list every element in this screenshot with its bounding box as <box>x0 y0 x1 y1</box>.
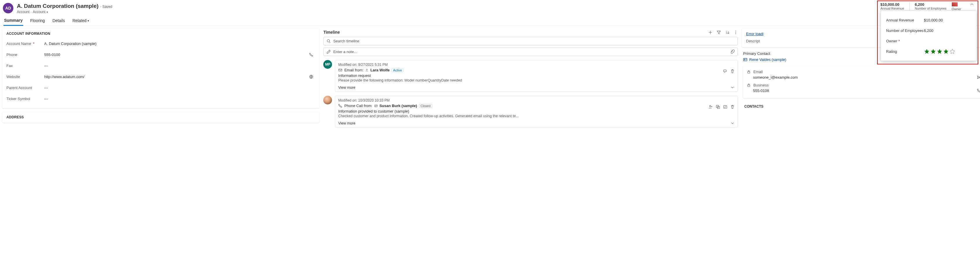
field-value: 555-0100 <box>44 52 307 57</box>
svg-point-9 <box>375 105 376 106</box>
contact-details-card: Email someone_i@example.com Business 555… <box>743 66 980 98</box>
person-icon <box>365 68 369 72</box>
status-badge: Active <box>391 68 404 72</box>
activity-card[interactable]: Modified on: 9/27/2021 5:31 PM Email fro… <box>335 60 738 92</box>
reply-icon[interactable] <box>723 69 727 73</box>
field-fax[interactable]: Fax --- <box>6 60 315 71</box>
field-website[interactable]: Website http://www.adatum.com/ <box>6 71 315 82</box>
field-value: --- <box>44 96 307 101</box>
activity-subject: Information provided to customer (sample… <box>338 109 735 114</box>
assign-icon[interactable] <box>708 105 713 109</box>
svg-point-10 <box>710 105 711 107</box>
pencil-icon <box>326 50 331 54</box>
chevron-down-icon[interactable]: ▾ <box>46 10 48 14</box>
activity-avatar: MP <box>323 60 332 69</box>
field-ticker[interactable]: Ticker Symbol --- <box>6 93 315 104</box>
svg-point-4 <box>327 40 330 42</box>
field-label: Fax <box>6 63 44 68</box>
contacts-subgrid-title: CONTACTS <box>744 104 764 109</box>
metric-owner[interactable]: Owner <box>952 2 961 11</box>
activity-modified: Modified on: 10/3/2020 10:33 PM <box>338 98 735 103</box>
tab-summary[interactable]: Summary <box>3 16 23 26</box>
svg-point-15 <box>744 59 745 60</box>
activity-modified: Modified on: 9/27/2021 5:31 PM <box>338 63 735 67</box>
activity-subject: Information request <box>338 73 735 78</box>
form-tabs: Summary Flooring Details Related▾ <box>0 16 980 26</box>
status-badge: Closed <box>419 104 432 108</box>
svg-rect-16 <box>748 72 750 73</box>
field-value: http://www.adatum.com/ <box>44 74 307 79</box>
lock-icon <box>746 83 751 87</box>
field-value: A. Datum Corporation (sample) <box>44 41 307 46</box>
tab-flooring[interactable]: Flooring <box>30 16 46 25</box>
divider <box>909 2 910 10</box>
field-label: Parent Account <box>6 85 44 90</box>
field-parent-account[interactable]: Parent Account --- <box>6 82 315 93</box>
rating-stars[interactable] <box>924 49 971 54</box>
svg-rect-13 <box>724 106 727 108</box>
field-account-name[interactable]: Account Name * A. Datum Corporation (sam… <box>6 38 315 49</box>
flyout-revenue-label: Annual Revenue <box>886 18 924 22</box>
business-phone-value[interactable]: 555-0108 <box>753 89 769 93</box>
chevron-down-icon[interactable] <box>730 85 735 90</box>
field-value: --- <box>44 85 307 90</box>
field-label: Phone <box>6 52 44 57</box>
activity-avatar <box>323 96 332 104</box>
metric-employees[interactable]: 6,200 Number of Employees <box>915 2 947 10</box>
more-icon[interactable] <box>733 30 738 35</box>
primary-contact-link[interactable]: Rene Valdes (sample) <box>743 57 786 62</box>
activity-card[interactable]: Modified on: 10/3/2020 10:33 PM Phone Ca… <box>335 96 738 127</box>
tab-details[interactable]: Details <box>52 16 65 25</box>
delete-icon[interactable] <box>730 105 735 109</box>
chevron-down-icon[interactable] <box>730 121 735 125</box>
email-value[interactable]: someone_i@example.com <box>753 75 798 79</box>
contact-card-icon <box>743 57 748 62</box>
view-more-link[interactable]: View more <box>338 121 355 125</box>
activity-body: Please provide the following information… <box>338 78 735 82</box>
sort-icon[interactable] <box>725 30 729 35</box>
activity-from: Lara Wolfe <box>371 68 390 72</box>
svg-rect-8 <box>375 105 377 107</box>
timeline-search[interactable]: Search timeline <box>323 37 738 45</box>
add-timeline-button[interactable] <box>708 30 713 35</box>
timeline-note-input[interactable]: Enter a note... <box>323 47 738 56</box>
metric-value: 6,200 <box>915 2 947 7</box>
error-loading-link[interactable]: Error loadi <box>746 32 764 36</box>
activity-from: Susan Burk (sample) <box>379 104 417 108</box>
activity-type: Email from: <box>344 68 363 72</box>
svg-point-1 <box>735 30 736 31</box>
collapse-header-button[interactable] <box>970 2 974 7</box>
attachment-icon[interactable] <box>730 50 735 54</box>
owner-swatch-icon <box>952 2 958 6</box>
entity-type-label: Account <box>17 10 29 14</box>
note-placeholder: Enter a note... <box>333 50 357 54</box>
metric-annual-revenue[interactable]: $10,000.00 Annual Revenue <box>880 2 904 10</box>
globe-icon[interactable] <box>307 74 315 79</box>
record-title: A. Datum Corporation (sample) <box>17 3 99 9</box>
send-email-icon[interactable] <box>977 75 980 79</box>
field-phone[interactable]: Phone 555-0100 <box>6 49 315 60</box>
flyout-revenue-value[interactable]: $10,000.00 <box>924 18 971 22</box>
section-title: ADDRESS <box>6 115 315 119</box>
filter-icon[interactable] <box>717 30 721 35</box>
chevron-down-icon: ▾ <box>88 19 89 22</box>
header-details-flyout: Annual Revenue $10,000.00 Number of Empl… <box>881 10 977 61</box>
view-more-link[interactable]: View more <box>338 85 355 90</box>
delete-icon[interactable] <box>730 69 735 73</box>
close-activity-icon[interactable] <box>723 105 727 109</box>
flyout-employees-value[interactable]: 6,200 <box>924 28 971 33</box>
timeline-item: MP Modified on: 9/27/2021 5:31 PM Email … <box>323 60 738 92</box>
svg-rect-7 <box>724 70 726 72</box>
phone-icon[interactable] <box>977 89 980 93</box>
phone-icon[interactable] <box>307 52 315 57</box>
tab-related[interactable]: Related▾ <box>72 16 89 25</box>
open-record-icon[interactable] <box>716 105 720 109</box>
flyout-rating-label: Rating <box>886 49 924 54</box>
email-icon <box>338 68 342 72</box>
metric-label: Number of Employees <box>915 7 947 10</box>
timeline-item: Modified on: 10/3/2020 10:33 PM Phone Ca… <box>323 96 738 127</box>
phone-icon <box>338 104 342 108</box>
form-selector[interactable]: Account <box>33 10 45 14</box>
svg-point-3 <box>735 33 736 34</box>
timeline-title: Timeline <box>323 30 340 35</box>
